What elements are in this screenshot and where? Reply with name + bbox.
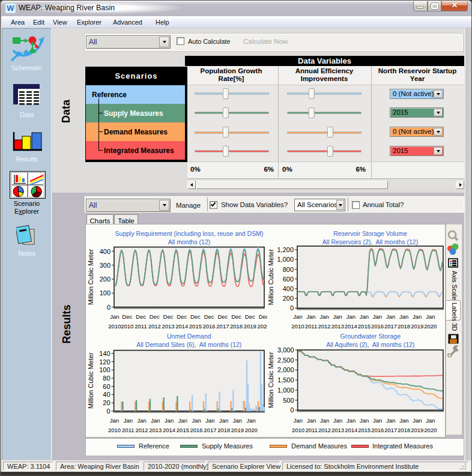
svg-text:1,000: 1,000 <box>277 387 294 394</box>
svg-text:Jan: Jan <box>294 417 303 424</box>
svg-text:Jan: Jan <box>233 417 242 424</box>
svg-text:2016: 2016 <box>371 323 384 330</box>
svg-text:20: 20 <box>103 399 110 406</box>
svg-text:All Aquifers (2), All months: All Aquifers (2), All months (12) <box>326 341 414 348</box>
svg-text:2013: 2013 <box>149 427 162 433</box>
svg-text:Jan: Jan <box>373 417 382 424</box>
svg-text:300: 300 <box>100 262 110 269</box>
svg-text:2020: 2020 <box>258 323 267 330</box>
svg-text:Million Cubic Meter: Million Cubic Meter <box>88 249 95 306</box>
svg-text:2018: 2018 <box>398 427 410 433</box>
svg-text:Unmet Demand: Unmet Demand <box>167 333 211 340</box>
svg-text:Jan: Jan <box>137 417 146 424</box>
svg-text:2,500: 2,500 <box>277 357 294 364</box>
svg-text:100: 100 <box>99 366 110 373</box>
svg-text:40: 40 <box>103 391 110 398</box>
svg-text:80: 80 <box>103 375 110 382</box>
svg-text:Jan: Jan <box>360 313 369 320</box>
svg-text:Dec: Dec <box>190 313 201 320</box>
svg-text:Jan: Jan <box>320 417 329 424</box>
svg-text:2020: 2020 <box>245 427 258 433</box>
svg-text:All months (12): All months (12) <box>168 238 211 246</box>
svg-text:Jan: Jan <box>333 313 342 320</box>
svg-text:120: 120 <box>99 358 110 366</box>
svg-text:1,200: 1,200 <box>277 246 294 253</box>
svg-text:2015: 2015 <box>358 427 371 433</box>
svg-text:Jan: Jan <box>399 417 408 424</box>
svg-text:Dec: Dec <box>177 313 187 320</box>
svg-text:2016: 2016 <box>371 427 384 433</box>
svg-text:Dec: Dec <box>150 313 160 320</box>
svg-text:2016: 2016 <box>190 427 203 433</box>
svg-text:2019: 2019 <box>411 323 423 330</box>
svg-text:Jan: Jan <box>307 417 316 424</box>
svg-text:Jan: Jan <box>205 417 214 424</box>
svg-text:Jan: Jan <box>426 313 435 320</box>
svg-text:Jan: Jan <box>346 417 356 424</box>
svg-text:2015: 2015 <box>189 323 202 330</box>
svg-text:All Reservoirs (2), All month: All Reservoirs (2), All months (12) <box>322 238 418 246</box>
svg-text:2013: 2013 <box>162 323 174 330</box>
svg-text:Jan: Jan <box>360 417 369 424</box>
svg-text:Dec: Dec <box>245 313 255 320</box>
svg-text:Dec: Dec <box>136 313 146 320</box>
svg-text:All Demand Sites (6), All mon: All Demand Sites (6), All months (12) <box>136 341 241 348</box>
svg-text:2010: 2010 <box>292 427 304 433</box>
svg-text:400: 400 <box>283 285 294 292</box>
svg-text:60: 60 <box>103 383 110 390</box>
svg-text:Supply Requirement (including: Supply Requirement (including loss, reus… <box>115 230 264 237</box>
svg-text:2012: 2012 <box>148 323 161 330</box>
svg-text:Jan: Jan <box>192 417 201 424</box>
svg-text:2020: 2020 <box>424 427 437 433</box>
svg-text:Jan: Jan <box>110 313 119 320</box>
svg-text:2014: 2014 <box>175 323 188 330</box>
svg-text:2011: 2011 <box>305 323 317 330</box>
svg-text:Million Cubic Meter: Million Cubic Meter <box>268 249 274 306</box>
svg-text:200: 200 <box>100 276 110 283</box>
svg-text:Jan: Jan <box>319 313 328 320</box>
svg-text:0: 0 <box>106 408 110 415</box>
svg-text:Jan: Jan <box>386 313 395 320</box>
svg-text:100: 100 <box>100 289 110 297</box>
svg-text:2013: 2013 <box>331 323 344 330</box>
svg-text:Jan: Jan <box>110 417 119 424</box>
svg-text:2014: 2014 <box>345 323 357 330</box>
svg-text:Jan: Jan <box>293 313 302 320</box>
svg-text:2012: 2012 <box>318 323 331 330</box>
svg-text:Jan: Jan <box>386 417 395 424</box>
svg-text:Jan: Jan <box>333 417 342 424</box>
svg-text:2014: 2014 <box>163 427 175 433</box>
svg-text:2017: 2017 <box>384 323 397 330</box>
svg-text:Jan: Jan <box>399 313 408 320</box>
svg-text:2020: 2020 <box>424 323 437 330</box>
svg-text:Million Cubic Meter: Million Cubic Meter <box>88 352 95 409</box>
svg-text:2,000: 2,000 <box>277 366 294 373</box>
svg-text:2010: 2010 <box>291 323 304 330</box>
svg-text:2014: 2014 <box>345 427 357 433</box>
svg-text:Dec: Dec <box>122 313 132 320</box>
svg-text:140: 140 <box>99 350 110 357</box>
svg-text:2017: 2017 <box>204 427 216 433</box>
svg-text:Jan: Jan <box>413 313 422 320</box>
svg-text:2011: 2011 <box>122 427 134 433</box>
svg-text:2010: 2010 <box>108 427 121 433</box>
svg-text:2019: 2019 <box>411 427 423 433</box>
svg-text:Groundwater Storage: Groundwater Storage <box>340 333 401 340</box>
svg-text:Dec: Dec <box>231 313 241 320</box>
svg-text:2017: 2017 <box>216 323 229 330</box>
svg-text:Jan: Jan <box>373 313 382 320</box>
svg-text:2017: 2017 <box>384 427 397 433</box>
svg-text:2015: 2015 <box>358 323 371 330</box>
svg-text:2010: 2010 <box>121 323 133 330</box>
svg-text:Million Cubic Meter: Million Cubic Meter <box>268 352 274 408</box>
svg-text:Jan: Jan <box>219 417 228 424</box>
svg-text:200: 200 <box>283 295 294 302</box>
svg-text:Jan: Jan <box>346 313 356 320</box>
svg-text:0: 0 <box>290 406 294 414</box>
svg-text:Dec: Dec <box>217 313 228 320</box>
svg-text:1,500: 1,500 <box>277 376 294 384</box>
svg-text:500: 500 <box>283 397 294 404</box>
svg-text:Jan: Jan <box>413 417 422 424</box>
svg-text:Jan: Jan <box>426 417 435 424</box>
svg-text:2016: 2016 <box>203 323 216 330</box>
